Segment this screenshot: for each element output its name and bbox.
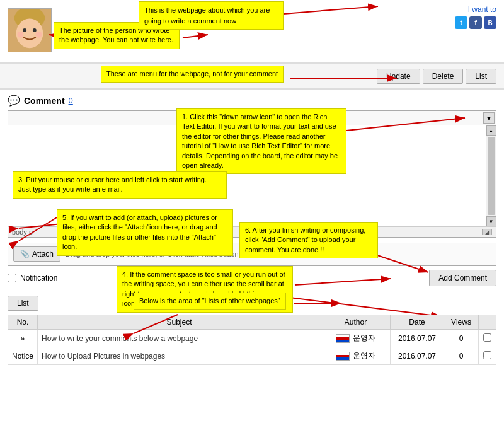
- cell-date: 2016.07.07: [391, 347, 444, 365]
- cell-checkbox[interactable]: [479, 347, 496, 365]
- delete-button[interactable]: Delete: [423, 69, 464, 84]
- add-comment-tooltip: 6. After you finish writing or composing…: [239, 222, 378, 258]
- menu-tooltip: These are menu for the webpage, not for …: [101, 66, 284, 83]
- svg-point-3: [23, 28, 26, 32]
- rte-tooltip: 1. Click this "down arrow icon" to open …: [176, 108, 346, 174]
- avatar: [8, 8, 52, 52]
- scroll-thumb[interactable]: [488, 137, 495, 215]
- col-date: Date: [391, 315, 444, 330]
- rte-dropdown-button[interactable]: ▼: [483, 112, 495, 124]
- bookmark-icon[interactable]: B: [484, 16, 496, 29]
- notification-label: Notification: [20, 274, 57, 282]
- twitter-icon[interactable]: t: [455, 16, 467, 29]
- svg-line-14: [284, 6, 378, 14]
- svg-point-6: [36, 32, 42, 38]
- notification-checkbox[interactable]: [8, 274, 16, 282]
- lists-tooltip: Below is the area of "Lists of other web…: [134, 293, 286, 310]
- table-row[interactable]: » How to write your comments below a web…: [8, 330, 496, 347]
- svg-line-10: [183, 35, 208, 38]
- webpage-tooltip: This is the webpage about which you are …: [139, 1, 284, 30]
- cell-views: 0: [444, 330, 479, 347]
- list-button[interactable]: List: [466, 69, 496, 84]
- scroll-down-arrow[interactable]: ▼: [486, 216, 496, 226]
- facebook-icon[interactable]: f: [469, 16, 482, 29]
- col-no: No.: [8, 315, 38, 330]
- comment-title: Comment: [24, 96, 65, 106]
- cell-date: 2016.07.07: [391, 330, 444, 347]
- rte-expand-handle[interactable]: ◢: [482, 229, 492, 235]
- cell-subject[interactable]: How to Upload Pictures in webpages: [38, 347, 321, 365]
- cell-no: »: [8, 330, 38, 347]
- list-section-button[interactable]: List: [8, 296, 38, 311]
- cell-subject[interactable]: How to write your comments below a webpa…: [38, 330, 321, 347]
- col-author: Author: [321, 315, 391, 330]
- svg-point-4: [33, 28, 37, 32]
- update-button[interactable]: Update: [377, 69, 420, 84]
- col-subject: Subject: [38, 315, 321, 330]
- cell-no: Notice: [8, 347, 38, 365]
- cell-author: 운영자: [321, 347, 391, 365]
- i-want-to-link[interactable]: I want to: [468, 5, 496, 14]
- svg-point-5: [18, 32, 24, 38]
- cursor-tooltip: 3. Put your mouse or cursor here and lef…: [13, 171, 227, 199]
- add-comment-button[interactable]: Add Comment: [429, 270, 496, 286]
- data-table: No. Subject Author Date Views » How to w…: [8, 315, 496, 365]
- attach-tooltip: 5. If you want to add (or attach, upload…: [57, 209, 233, 256]
- attach-icon: 📎: [20, 250, 30, 258]
- cell-checkbox[interactable]: [479, 330, 496, 347]
- comment-icon: 💬: [8, 95, 20, 107]
- attach-button[interactable]: 📎 Attach: [13, 246, 60, 262]
- col-views: Views: [444, 315, 479, 330]
- scroll-up-arrow[interactable]: ▲: [486, 125, 496, 136]
- comment-count[interactable]: 0: [69, 96, 73, 105]
- col-check: [479, 315, 496, 330]
- rte-scrollbar[interactable]: ▲ ▼: [486, 125, 496, 226]
- cell-views: 0: [444, 347, 479, 365]
- table-row[interactable]: Notice How to Upload Pictures in webpage…: [8, 347, 496, 365]
- cell-author: 운영자: [321, 330, 391, 347]
- rte-body-label: body p: [12, 228, 33, 236]
